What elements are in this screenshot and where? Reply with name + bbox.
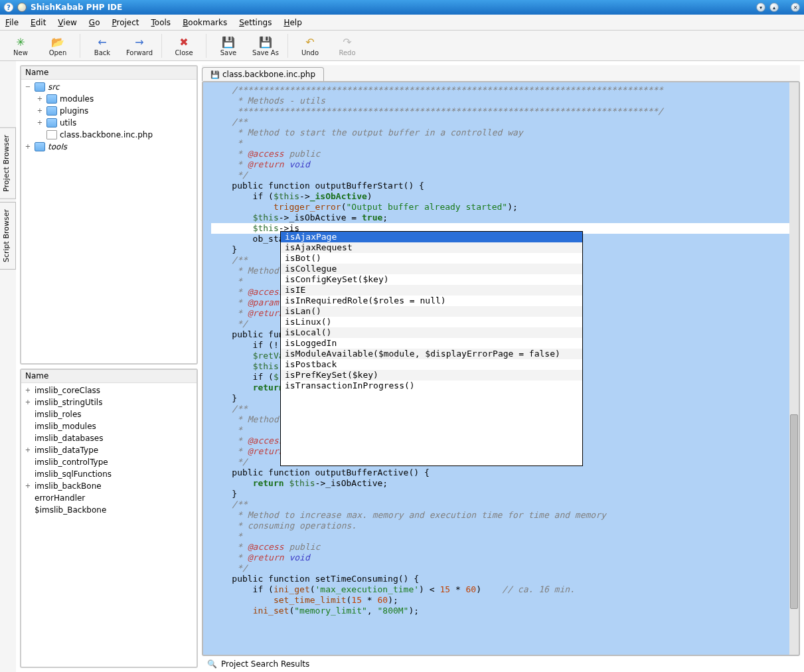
menu-file[interactable]: File [5,18,19,27]
autocomplete-popup[interactable]: isAjaxPageisAjaxRequestisBot()isCollegue… [280,231,583,466]
menu-bar: FileEditViewGoProjectToolsBookmarksSetti… [0,15,804,31]
code-editor[interactable]: /***************************************… [202,81,800,656]
menu-project[interactable]: Project [112,18,139,27]
menu-help[interactable]: Help [283,18,301,27]
autocomplete-item[interactable]: isCollegue [281,264,582,274]
list-item[interactable]: +imslib_backBone [24,480,194,492]
expander-icon[interactable]: + [24,481,32,491]
back-label: Back [94,49,110,56]
list-item[interactable]: imslib_roles [24,408,194,420]
undo-icon: ↶ [303,35,317,49]
save-icon: 💾 [210,70,220,79]
file-icon [46,130,57,139]
autocomplete-item[interactable]: isTransactionInProgress() [281,380,582,391]
expander-icon[interactable]: + [24,445,32,456]
new-button[interactable]: ✳New [5,35,36,56]
project-browser-panel: Name −src+modules+plugins+utilsclass.bac… [20,65,198,365]
window-title: ShishKabab PHP IDE [31,3,122,12]
window-titlebar: ? ShishKabab PHP IDE ▾ ▴ ✕ [0,0,804,15]
list-item[interactable]: imslib_databases [24,432,194,444]
expander-icon[interactable]: + [24,141,32,152]
back-button[interactable]: ←Back [87,35,118,56]
tree-item[interactable]: class.backbone.inc.php [24,129,194,141]
list-item[interactable]: errorHandler [24,492,194,504]
tree-item[interactable]: −src [24,81,194,93]
forward-button[interactable]: →Forward [124,35,155,56]
editor-tab-label: class.backbone.inc.php [222,70,315,79]
close-label: Close [175,49,193,56]
autocomplete-item[interactable]: isPrefKeySet($key) [281,370,582,380]
scrollbar-thumb[interactable] [790,414,798,609]
autocomplete-item[interactable]: isBot() [281,253,582,264]
tree-item[interactable]: +plugins [24,105,194,117]
tree-item[interactable]: +tools [24,141,194,153]
expander-icon[interactable]: + [24,385,32,396]
list-label: imslib_roles [35,409,82,420]
script-tree[interactable]: +imslib_coreClass+imslib_stringUtilsimsl… [21,383,197,667]
tree-item[interactable]: +utils [24,117,194,129]
menu-edit[interactable]: Edit [31,18,46,27]
list-label: errorHandler [35,493,85,503]
bottom-label[interactable]: Project Search Results [221,659,309,669]
list-item[interactable]: imslib_sqlFunctions [24,468,194,480]
expander-icon[interactable]: + [36,106,44,116]
save-label: Save [220,49,237,56]
back-icon: ← [95,35,110,49]
tab-project-browser[interactable]: Project Browser [0,127,16,199]
autocomplete-item[interactable]: isInRequiredRole($roles = null) [281,295,582,306]
saveas-label: Save As [252,49,279,56]
menu-bookmarks[interactable]: Bookmarks [183,18,227,27]
autocomplete-item[interactable]: isModuleAvailable($module, $displayError… [281,349,582,359]
maximize-button[interactable]: ▴ [769,3,779,12]
menu-go[interactable]: Go [89,18,100,27]
undo-button[interactable]: ↶Undo [295,35,325,56]
tree-label: src [48,82,60,92]
autocomplete-item[interactable]: isLinux() [281,317,582,327]
autocomplete-item[interactable]: isLocal() [281,327,582,338]
list-item[interactable]: imslib_controlType [24,456,194,468]
tree-label: plugins [60,106,88,116]
expander-icon[interactable]: + [36,94,44,104]
list-item[interactable]: +imslib_coreClass [24,384,194,396]
autocomplete-item[interactable]: isAjaxRequest [281,242,582,253]
project-browser-header: Name [21,66,197,80]
help-icon[interactable]: ? [4,3,13,12]
app-icon [17,3,27,12]
autocomplete-item[interactable]: isLoggedIn [281,338,582,349]
list-item[interactable]: +imslib_dataType [24,444,194,456]
expander-icon[interactable]: + [36,118,44,128]
tab-script-browser[interactable]: Script Browser [0,202,16,270]
menu-view[interactable]: View [58,18,76,27]
tree-label: class.backbone.inc.php [60,129,153,140]
close-window-button[interactable]: ✕ [791,3,800,12]
autocomplete-item[interactable]: isPostback [281,359,582,370]
open-label: Open [49,49,67,56]
menu-settings[interactable]: Settings [239,18,272,27]
saveas-icon: 💾 [258,35,273,49]
vertical-scrollbar[interactable] [789,82,799,655]
editor-tab[interactable]: 💾 class.backbone.inc.php [202,67,324,81]
folder-icon [35,82,45,92]
list-label: imslib_sqlFunctions [35,469,112,479]
expander-icon[interactable]: − [24,82,32,92]
redo-button: ↷Redo [332,35,362,56]
autocomplete-item[interactable]: isAjaxPage [281,232,582,242]
expander-icon[interactable]: + [24,397,32,408]
tree-item[interactable]: +modules [24,93,194,105]
autocomplete-item[interactable]: isIE [281,285,582,295]
open-button[interactable]: 📂Open [42,35,73,56]
bottom-bar: 🔍 Project Search Results [202,656,800,672]
autocomplete-item[interactable]: isLan() [281,306,582,317]
list-item[interactable]: +imslib_stringUtils [24,396,194,408]
minimize-button[interactable]: ▾ [756,3,765,12]
autocomplete-item[interactable]: isConfigKeySet($key) [281,274,582,285]
folder-icon [46,106,57,116]
menu-tools[interactable]: Tools [151,18,171,27]
list-item[interactable]: $imslib_Backbone [24,504,194,516]
project-tree[interactable]: −src+modules+plugins+utilsclass.backbone… [21,80,197,363]
list-item[interactable]: imslib_modules [24,420,194,432]
script-browser-panel: Name +imslib_coreClass+imslib_stringUtil… [20,369,198,668]
saveas-button[interactable]: 💾Save As [250,35,281,56]
save-button[interactable]: 💾Save [213,35,244,56]
close-button[interactable]: ✖Close [169,35,199,56]
